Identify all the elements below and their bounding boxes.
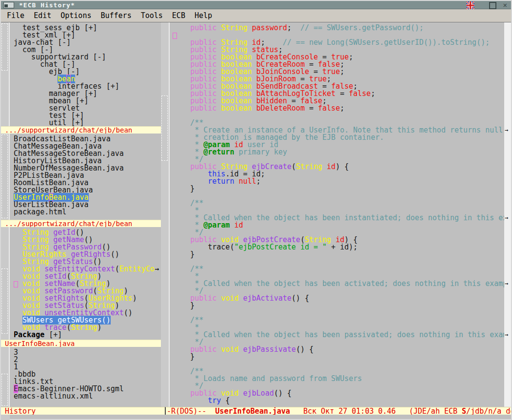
code-line[interactable] xyxy=(173,309,511,317)
code-line[interactable]: * @param id xyxy=(173,222,511,229)
token: ) { xyxy=(335,162,349,171)
token xyxy=(173,23,190,32)
token: + id); xyxy=(327,243,357,251)
ecb-methods-panel: String getId() String getName() String g… xyxy=(1,227,161,339)
code-line[interactable]: trace("ejbPostCreate id = " + id); xyxy=(173,244,511,251)
menu-item-edit[interactable]: Edit xyxy=(34,11,51,20)
code-line[interactable] xyxy=(173,192,511,200)
token: () { xyxy=(296,345,314,354)
titlebar[interactable]: *ECB History* ✕ xyxy=(1,1,511,9)
history-scrollbar[interactable] xyxy=(1,347,10,407)
token: { xyxy=(221,396,230,405)
code-line[interactable]: /** xyxy=(173,200,511,207)
code-line[interactable]: public void ejbActivate() { xyxy=(173,295,511,302)
history-item[interactable]: 2 xyxy=(14,356,161,363)
methods-scrollbar[interactable] xyxy=(1,227,10,339)
token: ejbLoad xyxy=(243,389,274,398)
token: () { xyxy=(274,389,292,398)
code-line[interactable]: public boolean bDeleteRoom = false; xyxy=(173,105,511,112)
method-item[interactable]: Package [+] xyxy=(14,331,161,339)
source-file-item[interactable]: package.html xyxy=(14,209,161,216)
maximize-button[interactable] xyxy=(489,2,496,9)
right-fringe: →→→→ xyxy=(504,22,511,407)
token: } xyxy=(173,301,195,310)
token: ; xyxy=(340,67,344,76)
scrollbar-thumb[interactable] xyxy=(1,134,8,218)
line-truncated-arrow-icon: → xyxy=(505,331,511,339)
token: void xyxy=(221,345,238,354)
token: false xyxy=(349,89,371,98)
uk-flag-keyboard-layout-icon[interactable] xyxy=(466,1,474,9)
ecb-sources-panel: BroadcastListBean.javaChatMessageBean.ja… xyxy=(1,134,161,220)
close-button[interactable]: ✕ xyxy=(503,1,507,9)
menu-item-ecb[interactable]: ECB xyxy=(172,11,185,20)
token: ( xyxy=(292,162,296,171)
token: } xyxy=(173,352,195,361)
window-title: *ECB History* xyxy=(19,1,75,9)
menu-item-file[interactable]: File xyxy=(7,11,24,20)
code-line[interactable]: /** xyxy=(173,266,511,273)
token xyxy=(248,23,252,32)
token: bDeleteRoom xyxy=(256,104,305,113)
scrollbar-thumb[interactable] xyxy=(1,23,8,71)
history-item[interactable]: 3 xyxy=(14,349,161,356)
history-panel-header: UserInfoBean.java xyxy=(1,340,161,347)
menu-item-options[interactable]: Options xyxy=(60,11,91,20)
line-truncated-arrow-icon: → xyxy=(505,127,511,134)
token: try xyxy=(208,396,221,405)
scrollbar-thumb[interactable] xyxy=(1,374,8,406)
code-line[interactable]: public void ejbPassivate() { xyxy=(173,346,511,353)
echo-scrollbar-track xyxy=(1,415,10,420)
line-truncated-arrow-icon: → xyxy=(505,214,511,222)
token: id xyxy=(234,221,243,229)
scrollbar-thumb[interactable] xyxy=(161,95,168,161)
code-line[interactable]: * Called when the object has been passiv… xyxy=(173,331,511,339)
line-truncated-arrow-icon: → xyxy=(505,280,511,287)
code-line[interactable]: } xyxy=(173,302,511,309)
code-line[interactable] xyxy=(173,258,511,266)
menu-item-tools[interactable]: Tools xyxy=(141,11,163,20)
code-line[interactable]: } xyxy=(173,251,511,258)
editor-scrollbar[interactable] xyxy=(161,22,170,407)
code-line[interactable]: * Called when the object has been activa… xyxy=(173,280,511,287)
token xyxy=(173,396,208,405)
tree-node[interactable]: util [+] xyxy=(14,119,161,126)
scrollbar-thumb[interactable] xyxy=(1,268,8,334)
history-item[interactable]: 1 xyxy=(14,363,161,371)
token xyxy=(217,294,221,303)
ecb-history-panel: 321.bbdblinks.txtEmacs-Beginner-HOWTO.sg… xyxy=(1,347,161,407)
code-line[interactable]: } xyxy=(173,185,511,192)
token: S xyxy=(462,407,466,415)
code-line[interactable] xyxy=(173,112,511,119)
code-line[interactable]: return null; xyxy=(173,178,511,185)
token: } xyxy=(173,184,195,193)
token: String xyxy=(71,323,97,332)
token xyxy=(238,294,243,303)
code-line[interactable]: public String password; // == SWUsers.ge… xyxy=(173,24,511,32)
code-line[interactable]: /** xyxy=(173,317,511,324)
token: ; xyxy=(287,23,300,32)
code-line[interactable]: * @return primary key xyxy=(173,149,511,156)
directories-scrollbar[interactable] xyxy=(1,22,10,126)
menu-item-help[interactable]: Help xyxy=(195,11,212,20)
token: id xyxy=(327,162,335,171)
token: emacs-altlinux.xml xyxy=(14,392,93,401)
code-line[interactable] xyxy=(173,361,511,368)
token: ; xyxy=(371,89,375,98)
token: ) xyxy=(133,294,137,303)
token: ; xyxy=(349,53,353,61)
code-line[interactable]: } xyxy=(173,353,511,361)
token: = xyxy=(305,104,318,113)
code-line[interactable]: try { xyxy=(173,397,511,404)
history-item[interactable]: emacs-altlinux.xml xyxy=(14,393,161,400)
editor-window[interactable]: public String password; // == SWUsers.ge… xyxy=(161,22,511,407)
echo-area[interactable] xyxy=(1,415,511,420)
history-list: 321.bbdblinks.txtEmacs-Beginner-HOWTO.sg… xyxy=(10,347,161,407)
modelines: History -R(DOS)-- UserInfoBean.java Вск … xyxy=(1,407,511,415)
code-line[interactable]: * Loads name and password from SWUsers xyxy=(173,375,511,382)
methods-panel-header: .../supportwizard/chat/ejb/bean xyxy=(1,220,161,227)
menu-item-buffers[interactable]: Buffers xyxy=(100,11,131,20)
token: password xyxy=(252,23,287,32)
minimize-button[interactable] xyxy=(3,2,14,8)
sources-scrollbar[interactable] xyxy=(1,134,10,220)
